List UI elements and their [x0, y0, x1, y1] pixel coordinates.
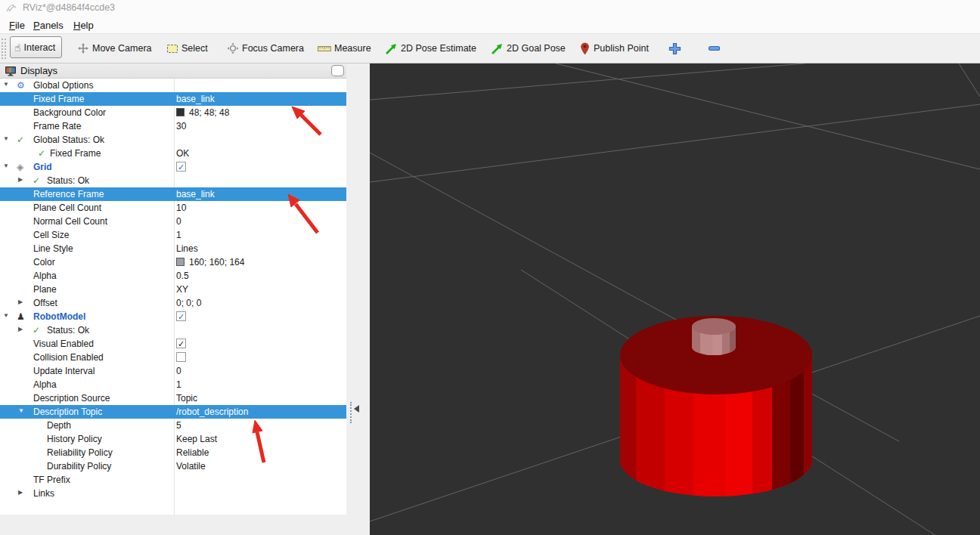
expander-right-icon[interactable]: ▶: [18, 298, 23, 305]
tool-interact[interactable]: ☝ Interact: [10, 36, 62, 58]
tree-row-alpha[interactable]: Alpha0.5: [0, 269, 346, 283]
tree-row-cell-size[interactable]: Cell Size1: [0, 228, 346, 242]
row-value[interactable]: OK: [176, 148, 189, 159]
row-value[interactable]: 30: [176, 121, 186, 131]
tree-row-offset[interactable]: ▶Offset0; 0; 0: [0, 296, 346, 310]
expander-down-icon[interactable]: ▼: [3, 312, 9, 319]
row-label: Background Color: [33, 107, 106, 118]
robot-model-cylinder: [620, 316, 813, 502]
check-icon: ✓: [33, 324, 40, 336]
tree-row-global-status-ok[interactable]: ▼✓Global Status: Ok: [0, 133, 346, 147]
tree-row-reliability-policy[interactable]: Reliability PolicyReliable: [0, 446, 346, 459]
tree-row-global-options[interactable]: ▼⚙Global Options: [0, 79, 346, 92]
checkbox[interactable]: [176, 352, 186, 362]
green-arrow-icon: [491, 42, 504, 55]
row-value[interactable]: 1: [176, 379, 181, 390]
row-value[interactable]: Topic: [176, 393, 197, 404]
row-value[interactable]: base_link: [176, 94, 215, 104]
row-value[interactable]: XY: [176, 284, 188, 295]
tool-label: Measure: [334, 43, 371, 54]
tool-move-camera[interactable]: Move Camera: [77, 34, 152, 63]
tool-focus-camera[interactable]: Focus Camera: [227, 34, 304, 63]
tree-row-description-topic[interactable]: ▼Description Topic/robot_description: [0, 405, 346, 419]
expander-down-icon[interactable]: ▼: [3, 135, 9, 142]
hand-cursor-icon: ☝: [14, 42, 21, 53]
splitter-handle[interactable]: [350, 402, 352, 423]
tree-row-tf-prefix[interactable]: TF Prefix: [0, 473, 346, 487]
row-value[interactable]: Reliable: [176, 447, 209, 458]
color-swatch[interactable]: [176, 108, 185, 116]
row-value[interactable]: base_link: [176, 189, 215, 199]
displays-tree: ▼⚙Global OptionsFixed Framebase_linkBack…: [0, 79, 346, 515]
color-swatch[interactable]: [176, 258, 185, 266]
displays-panel-header[interactable]: Displays: [0, 63, 346, 79]
toolbar-drag-handle[interactable]: [2, 39, 6, 59]
tree-row-history-policy[interactable]: History PolicyKeep Last: [0, 432, 346, 446]
row-value[interactable]: 0.5: [176, 271, 189, 281]
menu-file[interactable]: File: [5, 18, 29, 32]
rviz-window: RViz*@d4864f4ccde3 File Panels Help ☝ In…: [0, 0, 980, 535]
row-value[interactable]: 160; 160; 164: [189, 257, 244, 268]
row-value[interactable]: Lines: [176, 243, 198, 254]
tree-row-grid[interactable]: ▼◈Grid✓: [0, 160, 346, 174]
tree-row-visual-enabled[interactable]: Visual Enabled✓: [0, 337, 346, 351]
row-value[interactable]: 1: [176, 230, 181, 240]
menu-panels[interactable]: Panels: [29, 18, 68, 32]
tree-row-background-color[interactable]: Background Color48; 48; 48: [0, 106, 346, 119]
tool-2d-goal-pose[interactable]: 2D Goal Pose: [491, 34, 566, 63]
tree-row-reference-frame[interactable]: Reference Framebase_link: [0, 187, 346, 201]
3d-viewport[interactable]: [370, 63, 980, 535]
tree-row-durability-policy[interactable]: Durability PolicyVolatile: [0, 459, 346, 473]
tree-row-description-source[interactable]: Description SourceTopic: [0, 391, 346, 405]
tree-row-status-ok[interactable]: ▶✓Status: Ok: [0, 174, 346, 187]
focus-crosshair-icon: [227, 42, 239, 54]
tree-row-color[interactable]: Color160; 160; 164: [0, 255, 346, 269]
row-value[interactable]: 0: [176, 366, 181, 376]
displays-panel: Displays ▼⚙Global OptionsFixed Framebase…: [0, 63, 346, 535]
collapse-left-icon[interactable]: [354, 405, 359, 413]
checkbox[interactable]: ✓: [176, 162, 186, 172]
menu-help[interactable]: Help: [69, 18, 98, 32]
tool-2d-pose-estimate[interactable]: 2D Pose Estimate: [385, 34, 476, 63]
expander-down-icon[interactable]: ▼: [18, 407, 24, 414]
panel-float-button[interactable]: [331, 65, 344, 76]
row-value[interactable]: 0: [176, 216, 181, 227]
remove-display-button[interactable]: [708, 34, 721, 63]
checkbox[interactable]: ✓: [176, 339, 186, 348]
add-display-button[interactable]: [668, 34, 681, 63]
tree-row-plane-cell-count[interactable]: Plane Cell Count10: [0, 201, 346, 215]
row-value[interactable]: 5: [176, 420, 181, 431]
expander-right-icon[interactable]: ▶: [18, 176, 23, 183]
tree-row-status-ok[interactable]: ▶✓Status: Ok: [0, 323, 346, 337]
tree-row-update-interval[interactable]: Update Interval0: [0, 364, 346, 378]
row-value[interactable]: Keep Last: [176, 434, 217, 444]
tree-row-collision-enabled[interactable]: Collision Enabled: [0, 351, 346, 364]
tree-row-frame-rate[interactable]: Frame Rate30: [0, 119, 346, 133]
tree-row-fixed-frame[interactable]: Fixed Framebase_link: [0, 92, 346, 106]
tree-row-normal-cell-count[interactable]: Normal Cell Count0: [0, 215, 346, 228]
tree-row-plane[interactable]: PlaneXY: [0, 283, 346, 296]
tool-select[interactable]: Select: [166, 34, 208, 63]
tool-label: Move Camera: [92, 43, 152, 54]
tool-publish-point[interactable]: Publish Point: [579, 34, 649, 63]
tree-row-alpha[interactable]: Alpha1: [0, 378, 346, 391]
expander-right-icon[interactable]: ▶: [18, 326, 23, 332]
tree-row-fixed-frame[interactable]: ✓Fixed FrameOK: [0, 147, 346, 160]
row-value[interactable]: Volatile: [176, 461, 206, 472]
check-icon: ✓: [38, 147, 45, 159]
expander-down-icon[interactable]: ▼: [3, 81, 9, 88]
row-value[interactable]: 48; 48; 48: [189, 107, 229, 118]
expander-down-icon[interactable]: ▼: [3, 162, 9, 169]
panel-splitter[interactable]: [346, 63, 370, 535]
row-value[interactable]: 0; 0; 0: [176, 298, 201, 308]
tool-measure[interactable]: Measure: [318, 34, 371, 63]
tree-row-robotmodel[interactable]: ▼♟RobotModel✓: [0, 310, 346, 323]
row-label: Cell Size: [33, 230, 69, 240]
tree-row-depth[interactable]: Depth5: [0, 419, 346, 432]
tree-row-line-style[interactable]: Line StyleLines: [0, 242, 346, 255]
tree-row-links[interactable]: ▶Links: [0, 487, 346, 500]
expander-right-icon[interactable]: ▶: [18, 489, 23, 496]
row-value[interactable]: 10: [176, 203, 186, 213]
checkbox[interactable]: ✓: [176, 311, 186, 321]
row-value[interactable]: /robot_description: [176, 407, 248, 417]
